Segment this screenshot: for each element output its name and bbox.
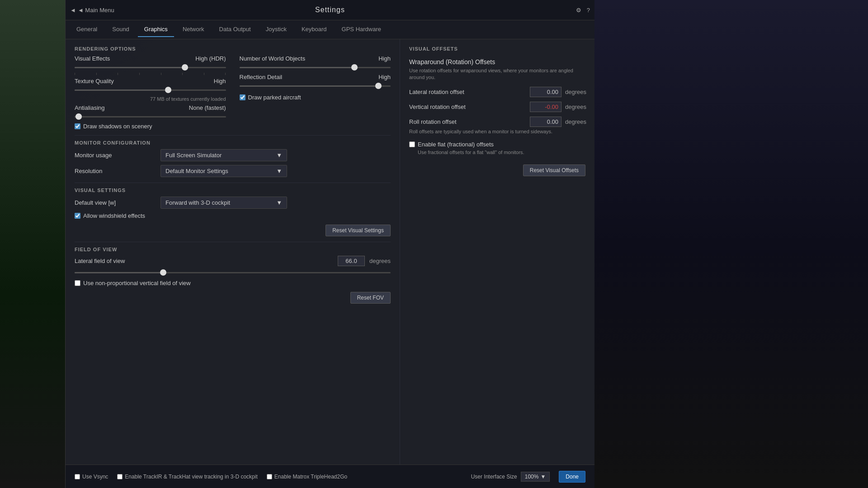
non-proportional-label: Use non-proportional vertical field of v… [83, 280, 191, 286]
trackir-checkbox[interactable] [117, 474, 123, 479]
flat-fractional-container: Enable flat (fractional) offsets Use fra… [409, 141, 585, 155]
tab-gps-hardware[interactable]: GPS Hardware [335, 22, 387, 37]
world-objects-label: Number of World Objects [240, 55, 306, 62]
world-objects-row: Number of World Objects High [240, 55, 391, 71]
default-view-select[interactable]: Forward with 3-D cockpit ▼ [160, 197, 287, 209]
tab-keyboard[interactable]: Keyboard [295, 22, 333, 37]
ui-size-select[interactable]: 100% ▼ [521, 472, 550, 482]
left-content: RENDERING OPTIONS Visual Effects High (H… [66, 39, 400, 465]
matrox-checkbox[interactable] [267, 474, 272, 479]
flat-fractional-row: Enable flat (fractional) offsets [409, 141, 585, 148]
default-view-chevron-icon: ▼ [276, 199, 282, 206]
non-proportional-checkbox[interactable] [75, 280, 80, 286]
tab-general[interactable]: General [70, 22, 104, 37]
roll-rotation-input[interactable] [530, 117, 561, 127]
rendering-right: Number of World Objects High [240, 55, 391, 130]
world-objects-fill [240, 67, 354, 68]
wraparound-description: Use rotation offsets for wraparound view… [409, 67, 585, 81]
lateral-fov-slider[interactable] [75, 269, 391, 276]
footer-bar: Use Vsync Enable TrackIR & TrackHat view… [66, 465, 594, 488]
texture-quality-subtext: 77 MB of textures currently loaded [75, 96, 226, 102]
world-objects-slider[interactable] [240, 64, 391, 71]
reflection-detail-slider[interactable] [240, 82, 391, 89]
draw-parked-aircraft-checkbox[interactable] [240, 94, 245, 100]
windshield-row: Allow windshield effects [75, 212, 391, 219]
lateral-fov-thumb[interactable] [160, 269, 166, 276]
vertical-rotation-unit: degrees [565, 103, 585, 110]
monitor-usage-chevron-icon: ▼ [276, 152, 282, 159]
resolution-chevron-icon: ▼ [276, 168, 282, 174]
windshield-checkbox[interactable] [75, 213, 80, 219]
texture-quality-slider[interactable] [75, 86, 226, 94]
ui-size-chevron-icon: ▼ [540, 474, 546, 480]
reset-fov-container: Reset FOV [75, 292, 391, 304]
vsync-label: Use Vsync [82, 474, 108, 480]
back-button-label: ◄ Main Menu [78, 7, 114, 14]
monitor-usage-select[interactable]: Full Screen Simulator ▼ [160, 149, 287, 161]
page-title: Settings [315, 6, 345, 14]
visual-offsets-header: VISUAL OFFSETS [409, 46, 585, 52]
lateral-fov-row: Lateral field of view degrees [75, 256, 391, 266]
world-objects-thumb[interactable] [351, 64, 358, 70]
visual-settings-section: VISUAL SETTINGS Default view [w] Forward… [75, 188, 391, 236]
visual-effects-value: High (HDR) [195, 55, 226, 62]
rendering-options-section: RENDERING OPTIONS Visual Effects High (H… [75, 46, 391, 130]
vsync-container: Use Vsync [75, 474, 108, 480]
cockpit-right-strip [594, 0, 868, 488]
world-objects-value: High [378, 55, 391, 62]
texture-quality-thumb[interactable] [165, 87, 171, 93]
offsets-section: Wraparound (Rotation) Offsets Use rotati… [409, 58, 585, 176]
monitor-usage-value: Full Screen Simulator [165, 152, 222, 159]
antialiasing-value: None (fastest) [189, 104, 226, 111]
antialiasing-track [75, 116, 226, 117]
visual-effects-slider[interactable] [75, 64, 226, 71]
monitor-config-header: MONITOR CONFIGURATION [75, 140, 391, 145]
lateral-rotation-unit: degrees [565, 89, 585, 95]
question-icon[interactable]: ? [587, 7, 590, 14]
vsync-checkbox[interactable] [75, 474, 80, 479]
windshield-label: Allow windshield effects [83, 212, 145, 219]
right-content: VISUAL OFFSETS Wraparound (Rotation) Off… [400, 39, 594, 465]
reflection-detail-track [240, 85, 391, 87]
monitor-usage-row: Monitor usage Full Screen Simulator ▼ [75, 149, 391, 161]
done-button[interactable]: Done [559, 471, 585, 483]
draw-parked-aircraft-label: Draw parked aircraft [248, 94, 301, 101]
flat-fractional-checkbox[interactable] [409, 141, 415, 147]
lateral-fov-unit: degrees [369, 258, 391, 264]
reflection-detail-value: High [378, 74, 391, 80]
tab-sound[interactable]: Sound [106, 22, 136, 37]
sliders-icon[interactable]: ⚙ [576, 7, 581, 14]
lateral-fov-input[interactable] [338, 256, 365, 266]
reset-offsets-container: Reset Visual Offsets [409, 164, 585, 176]
tab-graphics[interactable]: Graphics [138, 22, 174, 37]
antialiasing-thumb[interactable] [75, 113, 82, 120]
reset-visual-offsets-button[interactable]: Reset Visual Offsets [523, 164, 585, 176]
reset-visual-settings-button[interactable]: Reset Visual Settings [326, 225, 391, 236]
vertical-rotation-input[interactable] [530, 102, 561, 112]
tab-joystick[interactable]: Joystick [259, 22, 293, 37]
roll-rotation-label: Roll rotation offset [409, 118, 526, 125]
back-button[interactable]: ◄ ◄ Main Menu [70, 7, 114, 14]
visual-effects-track [75, 67, 226, 68]
resolution-select[interactable]: Default Monitor Settings ▼ [160, 165, 287, 177]
lateral-fov-track [75, 272, 391, 273]
default-view-row: Default view [w] Forward with 3-D cockpi… [75, 197, 391, 209]
reset-fov-button[interactable]: Reset FOV [350, 292, 391, 304]
lateral-rotation-input[interactable] [530, 87, 561, 97]
antialiasing-slider[interactable] [75, 113, 226, 120]
non-proportional-row: Use non-proportional vertical field of v… [75, 280, 391, 286]
trackir-container: Enable TrackIR & TrackHat view tracking … [117, 474, 257, 480]
monitor-config-section: MONITOR CONFIGURATION Monitor usage Full… [75, 140, 391, 177]
texture-quality-value: High [214, 78, 226, 84]
visual-effects-thumb[interactable] [182, 64, 188, 70]
fov-section: FIELD OF VIEW Lateral field of view degr… [75, 247, 391, 304]
tab-data-output[interactable]: Data Output [213, 22, 257, 37]
rendering-options-grid: Visual Effects High (HDR) [75, 55, 391, 130]
rendering-options-header: RENDERING OPTIONS [75, 46, 391, 52]
draw-shadows-checkbox[interactable] [75, 123, 80, 129]
tab-network[interactable]: Network [176, 22, 211, 37]
reflection-detail-thumb[interactable] [375, 83, 382, 89]
lateral-fov-fill [75, 272, 163, 273]
texture-quality-row: Texture Quality High 77 MB of textures c… [75, 78, 226, 102]
texture-quality-label: Texture Quality [75, 78, 114, 84]
